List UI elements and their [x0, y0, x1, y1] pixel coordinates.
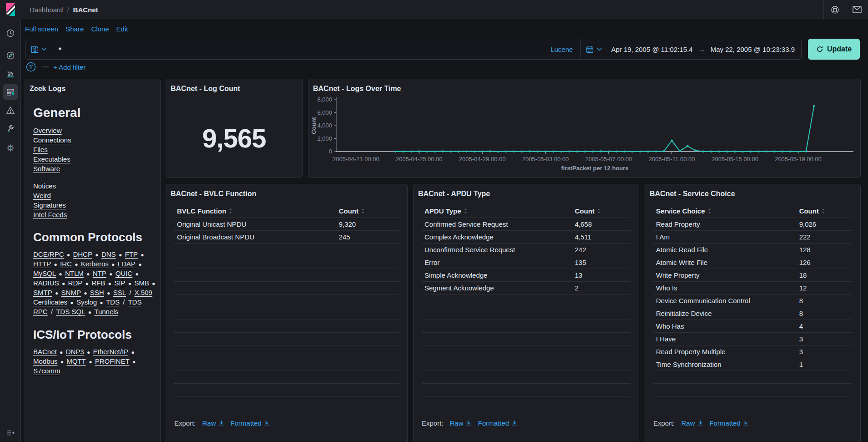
row-label: Simple Acknowledge [422, 271, 572, 279]
export-formatted-link[interactable]: Formatted [478, 419, 517, 427]
zeek-link-mqtt[interactable]: MQTT [66, 357, 86, 365]
zeek-link-sip[interactable]: SIP [114, 279, 125, 287]
column-header-count[interactable]: Count [572, 207, 631, 215]
zeek-link-dnp3[interactable]: DNP3 [66, 348, 84, 356]
zeek-link-rfb[interactable]: RFB [91, 279, 105, 287]
zeek-link-ldap[interactable]: LDAP [118, 260, 136, 268]
column-header-label[interactable]: BVLC Function [174, 207, 336, 215]
clone-button[interactable]: Clone [91, 25, 109, 33]
nav-item-dev-tools[interactable] [3, 121, 18, 136]
zeek-link-connections[interactable]: Connections [33, 136, 71, 144]
zeek-link-mysql[interactable]: MySQL [33, 269, 56, 277]
zeek-link-intel-feeds[interactable]: Intel Feeds [33, 211, 67, 218]
kibana-logo[interactable] [0, 0, 21, 19]
download-icon [697, 420, 703, 426]
nav-item-visualize[interactable] [3, 66, 18, 81]
dot-separator: ● [82, 290, 89, 296]
breadcrumb-separator: / [67, 6, 69, 14]
column-header-label[interactable]: APDU Type [422, 207, 572, 215]
breadcrumb-dashboard[interactable]: Dashboard [30, 6, 63, 14]
date-picker-quick-menu[interactable] [580, 39, 607, 59]
row-label: Read Property Multiple [653, 348, 797, 356]
zeek-link-snmp[interactable]: SNMP [61, 289, 81, 296]
zeek-link-ntlm[interactable]: NTLM [65, 269, 84, 277]
nav-item-management[interactable] [3, 140, 18, 156]
x-tick-label: 2005-04-29 00:00 [459, 156, 506, 163]
newsfeed-button[interactable] [846, 0, 868, 19]
zeek-link-files[interactable]: Files [33, 146, 48, 153]
edit-button[interactable]: Edit [116, 25, 128, 33]
export-raw-link-text: Raw [681, 419, 695, 427]
row-label: Confirmed Service Request [422, 220, 572, 228]
export-formatted-link[interactable]: Formatted [231, 419, 270, 427]
export-formatted-link[interactable]: Formatted [710, 419, 749, 427]
zeek-link-quic[interactable]: QUIC [116, 269, 133, 277]
logs-over-time-chart[interactable]: 02,0004,0006,0008,0002005-04-21 00:00200… [308, 79, 860, 177]
nav-item-dashboard[interactable] [3, 84, 18, 100]
zeek-link-dhcp[interactable]: DHCP [73, 250, 92, 258]
zeek-link-tds[interactable]: TDS [106, 298, 120, 306]
add-filter-button[interactable]: + Add filter [53, 63, 86, 71]
zeek-link-tunnels[interactable]: Tunnels [94, 308, 118, 315]
data-table: APDU TypeCountConfirmed Service Request4… [422, 204, 631, 409]
zeek-link-http[interactable]: HTTP [33, 260, 51, 268]
update-button[interactable]: Update [808, 39, 860, 60]
zeek-link-smtp[interactable]: SMTP [33, 289, 52, 296]
zeek-link-irc[interactable]: IRC [60, 260, 72, 268]
zeek-link-syslog[interactable]: Syslog [76, 298, 97, 306]
zeek-link-profinet[interactable]: PROFINET [95, 357, 130, 365]
column-header-count[interactable]: Count [797, 207, 852, 215]
zeek-link-kerberos[interactable]: Kerberos [81, 260, 109, 268]
row-count: 3 [797, 335, 852, 343]
zeek-link-dce-rpc[interactable]: DCE/RPC [33, 250, 64, 258]
zeek-link-modbus[interactable]: Modbus [33, 357, 57, 365]
full-screen-button[interactable]: Full screen [25, 25, 58, 33]
date-range-end[interactable]: May 22, 2005 @ 10:23:33.9 [711, 46, 795, 53]
export-raw-link[interactable]: Raw [202, 419, 224, 427]
nav-item-discover[interactable] [3, 48, 18, 63]
zeek-link-overview[interactable]: Overview [33, 127, 62, 134]
help-button[interactable] [823, 0, 846, 19]
export-raw-link[interactable]: Raw [450, 419, 472, 427]
zeek-link-dns[interactable]: DNS [101, 250, 116, 258]
refresh-icon [816, 46, 823, 53]
table-row: Unconfirmed Service Request242 [422, 244, 631, 256]
zeek-link-ssh[interactable]: SSH [90, 289, 104, 296]
recently-viewed-button[interactable] [3, 25, 18, 41]
kibana-logo-icon [5, 3, 15, 16]
column-header-label[interactable]: Service Choice [653, 207, 797, 215]
zeek-link-software[interactable]: Software [33, 165, 60, 173]
data-point [813, 105, 815, 107]
row-count: 2 [572, 284, 631, 292]
query-input[interactable]: * [52, 39, 543, 59]
zeek-link-bacnet[interactable]: BACnet [33, 348, 57, 356]
nav-item-alerts[interactable] [3, 102, 18, 118]
zeek-link-signatures[interactable]: Signatures [33, 201, 66, 209]
table-row: I Am222 [653, 231, 852, 244]
column-header-count[interactable]: Count [336, 207, 399, 215]
query-language-switcher[interactable]: Lucene [543, 39, 580, 59]
saved-query-menu-button[interactable] [25, 39, 52, 59]
zeek-link-executables[interactable]: Executables [33, 155, 71, 163]
zeek-link-rdp[interactable]: RDP [68, 279, 83, 287]
zeek-link-ntp[interactable]: NTP [93, 269, 106, 277]
zeek-link-notices[interactable]: Notices [33, 182, 56, 190]
zeek-link-tds-sql[interactable]: TDS SQL [56, 308, 85, 315]
share-button[interactable]: Share [66, 25, 84, 33]
filter-icon[interactable] [25, 61, 37, 73]
collapse-nav-button[interactable] [6, 429, 15, 438]
zeek-link-s7comm[interactable]: S7comm [33, 367, 60, 375]
breadcrumb: Dashboard / BACnet [30, 0, 98, 19]
zeek-link-radius[interactable]: RADIUS [33, 279, 59, 287]
date-range-start[interactable]: Apr 19, 2005 @ 11:02:15.4 [611, 46, 692, 53]
export-raw-link[interactable]: Raw [681, 419, 703, 427]
data-point [458, 151, 459, 152]
zeek-link-ssl[interactable]: SSL [113, 289, 126, 296]
zeek-link-ftp[interactable]: FTP [125, 250, 137, 258]
link-group: NoticesWeirdSignaturesIntel Feeds [33, 181, 156, 219]
zeek-link-weird[interactable]: Weird [33, 192, 51, 199]
zeek-link-smb[interactable]: SMB [134, 279, 149, 287]
x-tick-label: 2005-04-21 00:00 [333, 156, 379, 163]
row-label: I Am [653, 233, 797, 241]
zeek-link-ethernet-ip[interactable]: EtherNet/IP [93, 348, 129, 356]
